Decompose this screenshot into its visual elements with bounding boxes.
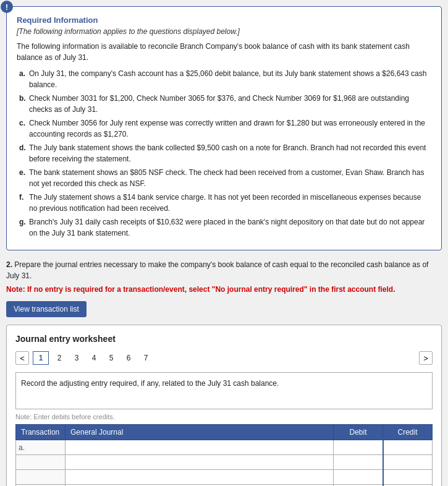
description-box: Record the adjusting entry required, if …: [15, 372, 433, 409]
page-container: ! Required Information [The following in…: [6, 6, 442, 486]
table-row: a.: [16, 440, 433, 455]
debit-input-1[interactable]: [336, 443, 380, 452]
list-letter-c: c.: [19, 117, 25, 129]
worksheet-title: Journal entry worksheet: [15, 334, 433, 344]
transaction-cell-1: a.: [16, 440, 66, 455]
list-letter-e: e.: [19, 167, 25, 178]
credit-cell-2[interactable]: [383, 455, 433, 470]
nav-row: < 1 2 3 4 5 6 7 >: [15, 351, 433, 365]
list-letter-f: f.: [19, 192, 23, 203]
page-2-button[interactable]: 2: [53, 351, 66, 365]
th-transaction: Transaction: [16, 425, 66, 440]
th-debit: Debit: [334, 425, 383, 440]
list-text-e: The bank statement shows an $805 NSF che…: [29, 168, 424, 188]
list-letter-d: d.: [19, 142, 26, 153]
question-note: Note: If no entry is required for a tran…: [6, 284, 442, 295]
journal-cell-3[interactable]: [66, 470, 334, 485]
list-text-d: The July bank statement shows the bank c…: [29, 143, 426, 163]
page-3-button[interactable]: 3: [70, 351, 83, 365]
journal-input-1[interactable]: [68, 443, 331, 452]
info-subtitle: [The following information applies to th…: [17, 27, 431, 36]
description-text: Record the adjusting entry required, if …: [21, 379, 279, 388]
worksheet-box: Journal entry worksheet < 1 2 3 4 5 6 7 …: [6, 325, 442, 486]
th-credit: Credit: [383, 425, 433, 440]
view-transaction-button[interactable]: View transaction list: [6, 301, 87, 317]
question-section: 2. Prepare the journal entries necessary…: [6, 259, 442, 295]
page-5-button[interactable]: 5: [104, 351, 118, 365]
credit-input-1[interactable]: [386, 443, 430, 452]
journal-table: Transaction General Journal Debit Credit…: [15, 424, 433, 486]
next-page-button[interactable]: >: [419, 351, 433, 365]
debit-cell-3[interactable]: [334, 470, 383, 485]
debit-cell-1[interactable]: [334, 440, 383, 455]
list-letter-g: g.: [19, 216, 26, 228]
page-1-current[interactable]: 1: [33, 351, 49, 365]
list-item: a. On July 31, the company's Cash accoun…: [19, 68, 431, 90]
list-item: b. Check Number 3031 for $1,200, Check N…: [19, 93, 431, 115]
journal-input-2[interactable]: [68, 458, 331, 467]
list-item: c. Check Number 3056 for July rent expen…: [19, 117, 431, 140]
journal-cell-2[interactable]: [66, 455, 334, 470]
list-text-f: The July statement shows a $14 bank serv…: [29, 193, 421, 213]
list-text-g: Branch's July 31 daily cash receipts of …: [29, 218, 425, 237]
th-journal: General Journal: [66, 425, 334, 440]
transaction-cell-2: [16, 455, 66, 470]
list-item: d. The July bank statement shows the ban…: [19, 142, 431, 164]
debit-input-2[interactable]: [336, 458, 380, 467]
credit-cell-3[interactable]: [383, 470, 433, 485]
info-list: a. On July 31, the company's Cash accoun…: [17, 68, 431, 239]
list-item: f. The July statement shows a $14 bank s…: [19, 192, 431, 214]
list-letter-a: a.: [19, 68, 25, 79]
table-row: [16, 470, 433, 485]
info-box: ! Required Information [The following in…: [6, 6, 442, 250]
prev-page-button[interactable]: <: [15, 351, 29, 365]
note-text: Note: Enter debits before credits.: [15, 413, 433, 420]
journal-input-3[interactable]: [68, 473, 331, 482]
credit-input-3[interactable]: [386, 473, 430, 482]
list-text-a: On July 31, the company's Cash account h…: [29, 69, 426, 89]
debit-cell-2[interactable]: [334, 455, 383, 470]
debit-input-3[interactable]: [336, 473, 380, 482]
info-title: Required Information: [17, 15, 431, 25]
list-text-b: Check Number 3031 for $1,200, Check Numb…: [29, 94, 409, 114]
list-item: g. Branch's July 31 daily cash receipts …: [19, 216, 431, 239]
info-intro: The following information is available t…: [17, 41, 431, 63]
credit-cell-1[interactable]: [383, 440, 433, 455]
question-body: Prepare the journal entries necessary to…: [6, 260, 428, 280]
question-text: 2. Prepare the journal entries necessary…: [6, 259, 442, 281]
page-4-button[interactable]: 4: [87, 351, 101, 365]
page-6-button[interactable]: 6: [122, 351, 135, 365]
list-item: e. The bank statement shows an $805 NSF …: [19, 167, 431, 189]
list-text-c: Check Number 3056 for July rent expense …: [29, 119, 425, 139]
journal-cell-1[interactable]: [66, 440, 334, 455]
transaction-cell-3: [16, 470, 66, 485]
info-icon: !: [1, 1, 13, 13]
table-row: [16, 455, 433, 470]
page-7-button[interactable]: 7: [139, 351, 153, 365]
question-number: 2.: [6, 260, 12, 269]
credit-input-2[interactable]: [386, 458, 430, 467]
list-letter-b: b.: [19, 93, 26, 104]
